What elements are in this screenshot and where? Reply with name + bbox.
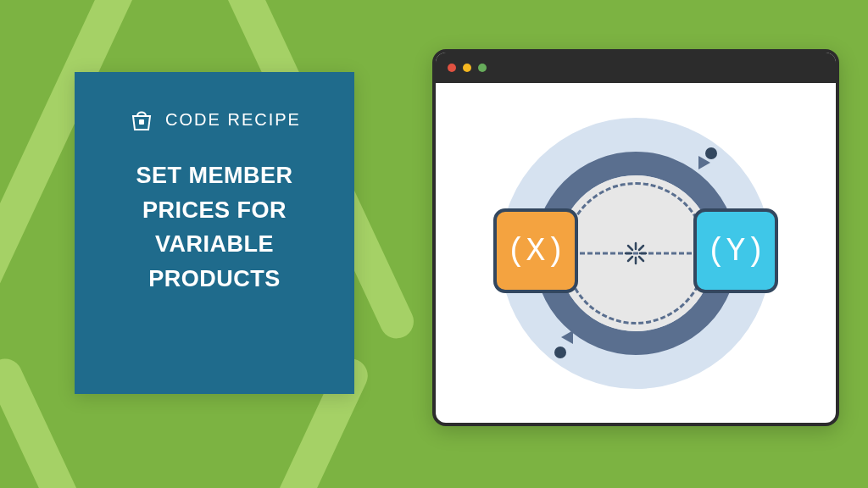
node-dot-icon <box>705 147 717 159</box>
svg-line-5 <box>628 246 632 250</box>
brand-row: CODE RECIPE <box>103 106 326 133</box>
svg-rect-0 <box>139 119 144 125</box>
close-dot-icon <box>448 64 456 72</box>
svg-line-6 <box>639 257 643 261</box>
svg-line-8 <box>628 257 632 261</box>
variable-x-box: (X) <box>493 208 578 293</box>
arrowhead-icon <box>561 330 573 344</box>
svg-line-7 <box>639 246 643 250</box>
headline: SET MEMBER PRICES FOR VARIABLE PRODUCTS <box>103 158 326 296</box>
node-dot-icon <box>554 347 566 358</box>
spark-icon <box>624 241 648 265</box>
lock-bag-icon <box>128 106 155 133</box>
variable-y-box: (Y) <box>693 208 778 293</box>
brand-text: CODE RECIPE <box>165 110 301 130</box>
bg-decoration <box>0 353 85 488</box>
titlebar <box>436 53 836 83</box>
title-card: CODE RECIPE SET MEMBER PRICES FOR VARIAB… <box>75 72 354 394</box>
maximize-dot-icon <box>478 64 487 72</box>
diagram-viewport: (X) (Y) <box>436 83 836 423</box>
minimize-dot-icon <box>463 64 471 72</box>
browser-window: (X) (Y) <box>432 49 839 426</box>
